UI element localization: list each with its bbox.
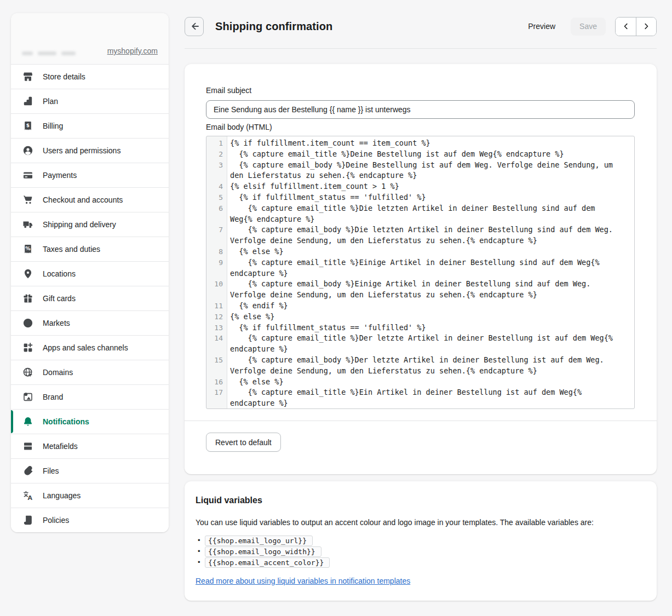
domains-icon: [22, 367, 33, 378]
languages-icon: A: [22, 490, 33, 501]
sidebar-item-metafields[interactable]: Metafields: [11, 434, 169, 458]
payments-icon: [22, 170, 33, 181]
liquid-variables-list: {{shop.email_logo_url}}{{shop.email_logo…: [196, 535, 644, 568]
email-body-label: Email body (HTML): [206, 123, 635, 132]
code-line: 13 {% if fulfillment_status == 'fulfille…: [206, 323, 634, 333]
code-line: 12{% else %}: [206, 312, 634, 323]
brand-icon: [22, 392, 33, 402]
settings-sidebar: myshopify.com Store details Plan $ Billi…: [11, 13, 169, 532]
code-line-text: {% capture email_title %}Deine Bestellun…: [230, 149, 619, 160]
line-number: 7: [206, 224, 227, 246]
code-line: 16 {% else %}: [206, 377, 634, 388]
back-button[interactable]: [185, 17, 204, 36]
sidebar-item-billing[interactable]: $ Billing: [11, 113, 169, 138]
sidebar-item-label: Store details: [43, 72, 85, 81]
next-template-button[interactable]: [636, 18, 656, 36]
sidebar-item-label: Checkout and accounts: [43, 195, 123, 204]
sidebar-item-gift-cards[interactable]: Gift cards: [11, 286, 169, 310]
page-title: Shipping confirmation: [215, 20, 332, 33]
code-line-text: {% capture email_body %}Deine Bestellung…: [230, 160, 619, 182]
line-number: 4: [206, 181, 227, 192]
sidebar-item-store-details[interactable]: Store details: [11, 64, 169, 89]
code-line-text: {% capture email_title %}Ein Artikel in …: [230, 387, 619, 409]
sidebar-item-locations[interactable]: Locations: [11, 261, 169, 286]
sidebar-item-label: Taxes and duties: [43, 245, 100, 254]
line-number: 8: [206, 246, 227, 257]
sidebar-item-label: Domains: [43, 368, 73, 377]
header-divider: [185, 48, 657, 49]
liquid-variables-docs-link[interactable]: Read more about using liquid variables i…: [196, 577, 410, 585]
sidebar-item-plan[interactable]: Plan: [11, 89, 169, 113]
sidebar-item-users-and-permissions[interactable]: Users and permissions: [11, 138, 169, 163]
store-icon: [22, 71, 33, 82]
code-line: 3 {% capture email_body %}Deine Bestellu…: [206, 160, 634, 182]
line-number: 12: [206, 312, 227, 323]
sidebar-item-brand[interactable]: Brand: [11, 384, 169, 409]
code-line-text: {% capture email_title %}Der letzte Arti…: [230, 333, 619, 355]
header-actions: Preview Save: [521, 17, 657, 36]
policies-icon: [22, 515, 33, 526]
main-content: Shipping confirmation Preview Save Email…: [185, 0, 657, 601]
settings-nav: Store details Plan $ Billing Users and p…: [11, 64, 169, 532]
sidebar-item-markets[interactable]: Markets: [11, 310, 169, 335]
code-line-text: {% capture email_title %}Einige Artikel …: [230, 257, 619, 279]
previous-template-button[interactable]: [616, 18, 636, 36]
sidebar-item-label: Apps and sales channels: [43, 343, 128, 352]
line-number: 17: [206, 387, 227, 409]
code-line-text: {% capture email_title %}Die letzten Art…: [230, 203, 619, 225]
liquid-variable-item: {{shop.email_logo_width}}: [196, 546, 644, 557]
sidebar-item-label: Gift cards: [43, 294, 76, 303]
sidebar-item-files[interactable]: Files: [11, 458, 169, 483]
code-line: 1{% if fulfillment.item_count == item_co…: [206, 138, 634, 149]
code-line-text: {% endif %}: [230, 301, 619, 312]
sidebar-item-label: Shipping and delivery: [43, 220, 116, 229]
revert-to-default-button[interactable]: Revert to default: [206, 433, 281, 452]
code-line: 9 {% capture email_title %}Einige Artike…: [206, 257, 634, 279]
sidebar-item-taxes-and-duties[interactable]: % Taxes and duties: [11, 237, 169, 261]
store-name-redacted: [22, 51, 76, 55]
sidebar-item-payments[interactable]: Payments: [11, 163, 169, 187]
notifications-icon: [22, 416, 33, 427]
code-line: 2 {% capture email_title %}Deine Bestell…: [206, 149, 634, 160]
code-line-text: {% if fulfillment.item_count == item_cou…: [230, 138, 619, 149]
code-line-text: {% elsif fulfillment.item_count > 1 %}: [230, 181, 619, 192]
email-body-editor[interactable]: 1{% if fulfillment.item_count == item_co…: [206, 136, 635, 409]
email-template-card: Email subject Email body (HTML) 1{% if f…: [185, 64, 657, 474]
sidebar-item-domains[interactable]: Domains: [11, 360, 169, 384]
sidebar-item-label: Plan: [43, 97, 58, 106]
store-domain-link[interactable]: myshopify.com: [107, 47, 158, 55]
sidebar-item-policies[interactable]: Policies: [11, 508, 169, 532]
code-line-text: {% capture email_body %}Die letzten Arti…: [230, 224, 619, 246]
chevron-right-icon: [641, 21, 651, 31]
sidebar-item-checkout-and-accounts[interactable]: Checkout and accounts: [11, 187, 169, 212]
sidebar-item-label: Users and permissions: [43, 146, 120, 155]
code-line-text: {% else %}: [230, 377, 619, 388]
email-subject-input[interactable]: [206, 100, 635, 119]
sidebar-item-apps-and-sales-channels[interactable]: Apps and sales channels: [11, 335, 169, 360]
sidebar-item-languages[interactable]: A Languages: [11, 483, 169, 508]
liquid-variable-chip: {{shop.email_accent_color}}: [205, 557, 330, 568]
save-button[interactable]: Save: [571, 18, 606, 36]
line-number: 3: [206, 160, 227, 182]
template-pager: [615, 17, 657, 36]
sidebar-item-label: Files: [43, 467, 59, 475]
line-number: 5: [206, 192, 227, 203]
svg-text:%: %: [25, 245, 31, 251]
sidebar-item-label: Notifications: [43, 417, 89, 426]
line-number: 16: [206, 377, 227, 388]
store-header: myshopify.com: [11, 13, 169, 64]
sidebar-item-shipping-and-delivery[interactable]: Shipping and delivery: [11, 212, 169, 237]
sidebar-item-notifications[interactable]: Notifications: [11, 409, 169, 434]
code-line: 17 {% capture email_title %}Ein Artikel …: [206, 387, 634, 409]
line-number: 10: [206, 279, 227, 301]
plan-icon: [22, 96, 33, 107]
users-icon: [22, 145, 33, 156]
sidebar-item-label: Languages: [43, 491, 81, 500]
line-number: 11: [206, 301, 227, 312]
code-line-text: {% else %}: [230, 246, 619, 257]
code-line: 4{% elsif fulfillment.item_count > 1 %}: [206, 181, 634, 192]
liquid-variables-description: You can use liquid variables to output a…: [196, 518, 644, 527]
preview-button[interactable]: Preview: [521, 18, 562, 35]
arrow-left-icon: [189, 21, 200, 32]
line-number: 6: [206, 203, 227, 225]
